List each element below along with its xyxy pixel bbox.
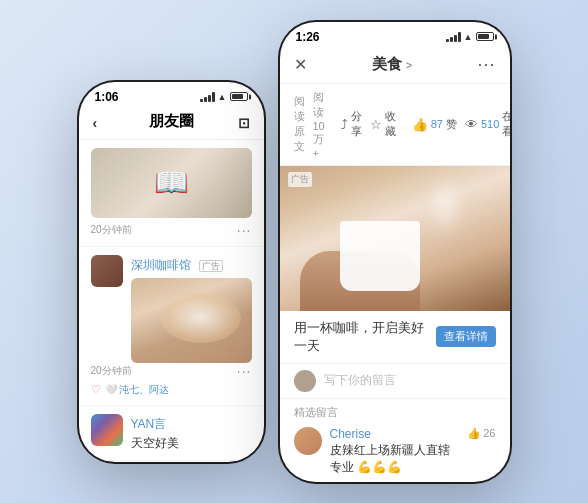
yan-content: YAN言 天空好美 bbox=[131, 414, 252, 452]
article-main-image: 广告 bbox=[280, 166, 510, 311]
like-icon-1: 👍 bbox=[467, 427, 481, 440]
yan-username[interactable]: YAN言 bbox=[131, 417, 167, 431]
moments-title: 朋友圈 bbox=[149, 112, 194, 129]
article-channel-title: 美食 > bbox=[372, 55, 413, 74]
comment-prompt-row: 写下你的留言 bbox=[280, 364, 510, 399]
more-dots-icon[interactable]: ··· bbox=[477, 54, 495, 75]
comment-input[interactable]: 写下你的留言 bbox=[324, 372, 496, 389]
comment-item-2: 陆昕 每天早上喝杯咖啡会会... 👍 8 bbox=[280, 481, 510, 482]
ad-banner: 广告 bbox=[288, 172, 312, 187]
article-caption: 用一杯咖啡，开启美好一天 bbox=[294, 319, 436, 355]
cherise-text: 皮辣红上场新疆人直辖专业 💪💪💪 bbox=[330, 442, 460, 476]
close-icon[interactable]: ✕ bbox=[294, 55, 307, 74]
collect-button[interactable]: ☆ 收藏 bbox=[370, 109, 396, 139]
moments-feed: 📖 20分钟前 ··· 深圳咖啡馆 bbox=[79, 140, 264, 461]
post-likes-row: ♡ 🤍 沌七、阿达 bbox=[91, 383, 252, 397]
heart-icon: ♡ bbox=[91, 383, 101, 396]
latte-visual bbox=[131, 278, 252, 363]
read-original[interactable]: 阅读原文 bbox=[294, 94, 305, 154]
wifi-icon-right: ▲ bbox=[464, 32, 473, 42]
share-icon: ⤴ bbox=[341, 117, 348, 132]
post-time-2: 20分钟前 bbox=[91, 364, 132, 378]
post-more-1[interactable]: ··· bbox=[237, 222, 252, 238]
user-avatar-sm bbox=[294, 370, 316, 392]
view-detail-button[interactable]: 查看详情 bbox=[436, 326, 496, 347]
status-bar-right: 1:26 ▲ bbox=[280, 22, 510, 48]
post-user-row: 深圳咖啡馆 广告 bbox=[131, 255, 252, 274]
post-item-book: 📖 20分钟前 ··· bbox=[79, 140, 264, 247]
cherise-avatar bbox=[294, 427, 322, 455]
post-item-coffee-ad: 深圳咖啡馆 广告 20分钟前 ··· ♡ 🤍 沌七、阿 bbox=[79, 247, 264, 406]
time-right: 1:26 bbox=[296, 30, 320, 44]
ad-label: 广告 bbox=[199, 260, 223, 272]
signal-icon-right bbox=[446, 32, 461, 42]
post-book-image: 📖 bbox=[91, 148, 252, 218]
post-more-2[interactable]: ··· bbox=[237, 363, 252, 379]
yan-avatar bbox=[91, 414, 123, 446]
post-with-avatar: 深圳咖啡馆 广告 bbox=[91, 255, 252, 363]
thumb-icon: 👍 bbox=[412, 117, 428, 132]
watch-button[interactable]: 👁 510 在看 bbox=[465, 109, 510, 139]
like-count-1: 26 bbox=[483, 427, 495, 439]
cherise-info: Cherise 皮辣红上场新疆人直辖专业 💪💪💪 bbox=[330, 427, 460, 476]
chevron-icon: > bbox=[406, 59, 412, 71]
article-header: ✕ 美食 > ··· bbox=[280, 48, 510, 84]
signal-icon bbox=[200, 92, 215, 102]
post-time-1: 20分钟前 bbox=[91, 223, 132, 237]
comment-like-1[interactable]: 👍 26 bbox=[467, 427, 495, 440]
battery-icon-right bbox=[476, 32, 494, 41]
article-caption-row: 用一杯咖啡，开启美好一天 查看详情 bbox=[280, 311, 510, 364]
eye-icon: 👁 bbox=[465, 117, 478, 132]
moments-header: ‹ 朋友圈 ⊡ bbox=[79, 108, 264, 140]
comment-item-1: Cherise 皮辣红上场新疆人直辖专业 💪💪💪 👍 26 bbox=[280, 422, 510, 481]
battery-icon bbox=[230, 92, 248, 101]
status-icons-left: ▲ bbox=[200, 92, 248, 102]
status-bar-left: 1:06 ▲ bbox=[79, 82, 264, 108]
coffee-shop-avatar bbox=[91, 255, 123, 287]
cup-visual bbox=[340, 221, 420, 291]
cherise-name: Cherise bbox=[330, 427, 460, 441]
post-item-bottom: 20分钟前 ··· bbox=[91, 363, 252, 379]
post-time-row: 20分钟前 ··· bbox=[91, 222, 252, 238]
camera-icon[interactable]: ⊡ bbox=[238, 115, 250, 131]
status-icons-right: ▲ bbox=[446, 32, 494, 42]
yan-post-row: YAN言 天空好美 bbox=[91, 414, 252, 452]
phones-container: 1:06 ▲ ‹ 朋友圈 ⊡ bbox=[79, 22, 510, 482]
share-button[interactable]: ⤴ 分享 bbox=[341, 109, 362, 139]
time-left: 1:06 bbox=[95, 90, 119, 104]
post-username-coffee[interactable]: 深圳咖啡馆 bbox=[131, 258, 191, 272]
back-icon[interactable]: ‹ bbox=[93, 115, 98, 131]
read-count: 阅读 10万+ bbox=[313, 90, 325, 159]
star-icon: ☆ bbox=[370, 117, 382, 132]
book-visual: 📖 bbox=[91, 148, 252, 218]
wifi-icon: ▲ bbox=[218, 92, 227, 102]
steam-visual bbox=[430, 176, 460, 236]
article-meta-bar: 阅读原文 阅读 10万+ ⤴ 分享 ☆ 收藏 👍 87 赞 👁 510 在看 bbox=[280, 84, 510, 166]
post-item-yan: YAN言 天空好美 bbox=[79, 406, 264, 461]
selected-comments-label: 精选留言 bbox=[280, 399, 510, 422]
post-content-right: 深圳咖啡馆 广告 bbox=[131, 255, 252, 363]
yan-text: 天空好美 bbox=[131, 435, 252, 452]
phone-left: 1:06 ▲ ‹ 朋友圈 ⊡ bbox=[79, 82, 264, 462]
latte-image-container bbox=[131, 278, 252, 363]
phone-right: 1:26 ▲ ✕ 美食 > ··· bbox=[280, 22, 510, 482]
post-likes-text: 🤍 沌七、阿达 bbox=[105, 383, 170, 397]
like-button[interactable]: 👍 87 赞 bbox=[412, 117, 457, 132]
